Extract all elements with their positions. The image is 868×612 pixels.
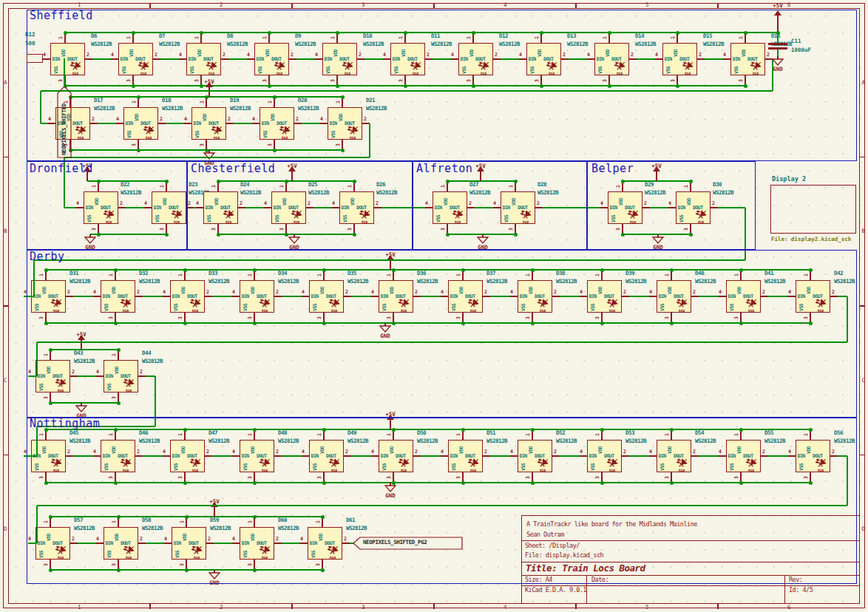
global-label-text: NEOPIXELS_SHIFTED_PG2 [363,540,427,545]
c11-ref: C11 [791,38,801,44]
r12-value: 500 [25,41,35,47]
c11-value: 1000uF [791,47,811,53]
r12-ref: R12 [25,32,35,38]
schematic-page: 4213DINDOUTVDDVSSRGBD6WS2812B4213DINDOUT… [0,0,868,612]
